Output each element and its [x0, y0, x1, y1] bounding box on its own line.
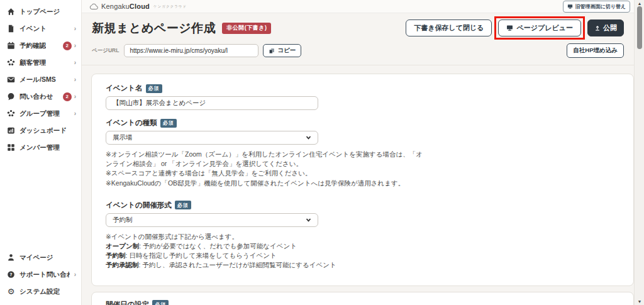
sidebar-item-label: マイページ [19, 253, 53, 262]
required-badge: 必須 [146, 84, 162, 93]
scrollbar[interactable]: ▲ ▼ [634, 0, 644, 305]
sidebar-item-system-settings[interactable]: ⚙ システム設定 [0, 283, 81, 300]
sidebar-item-label: トップページ [19, 8, 60, 16]
preview-button-wrapper: ページプレビュー [498, 19, 581, 36]
chevron-right-icon: › [74, 77, 76, 83]
chevron-down-icon [306, 216, 311, 224]
event-format-label: イベントの開催形式 必須 [106, 201, 619, 210]
user-icon [7, 253, 15, 262]
event-name-label: イベント名 必須 [106, 84, 619, 93]
sidebar-item-label: メンバー管理 [19, 143, 60, 152]
chevron-right-icon: › [74, 94, 76, 100]
event-name-input[interactable] [106, 96, 318, 110]
chevron-right-icon: › [74, 26, 76, 32]
page-header: 新規まとめページ作成 非公開(下書き) 下書き保存して閉じる ページプレビュー … [82, 13, 634, 42]
copy-icon [269, 48, 275, 54]
main-area: KengakuCloud ケンガククラウド 旧管理画面に切り替え 新規まとめペー… [82, 0, 644, 305]
chevron-right-icon: › [74, 60, 76, 66]
logo-subtext: ケンガククラウド [153, 4, 187, 9]
sidebar-item-label: システム設定 [19, 287, 60, 296]
note-line: オープン制: 予約が必要ではなく、だれでも参加可能なイベント [106, 241, 425, 251]
note-line: ※オンライン相談ツール「Zoom（ズーム）」を利用したオンライン住宅イベントを実… [106, 150, 425, 169]
monitor-icon [567, 4, 573, 9]
header-actions: 下書き保存して閉じる ページプレビュー 公開 [406, 19, 624, 36]
schedule-label: 開催日の設定 必須 [106, 300, 619, 305]
event-type-select[interactable]: 展示場 [106, 131, 318, 145]
chevron-down-icon [306, 134, 311, 141]
note-line: ※イベントの開催形式は下記から選べます。 [106, 232, 425, 241]
save-draft-close-button[interactable]: 下書き保存して閉じる [406, 19, 492, 36]
home-icon [7, 8, 15, 16]
page-title: 新規まとめページ作成 [92, 20, 216, 36]
event-form-card: イベント名 必須 イベントの種類 必須 展示場 ※オンライン相談ツール「Zoom… [91, 74, 634, 286]
notification-badge: 2 [63, 92, 72, 101]
dashboard-icon [7, 126, 15, 135]
status-badge: 非公開(下書き) [222, 23, 271, 34]
chevron-right-icon: › [74, 43, 76, 49]
grid-icon [7, 143, 15, 152]
scroll-up-arrow-icon[interactable]: ▲ [635, 1, 644, 6]
topbar: KengakuCloud ケンガククラウド 旧管理画面に切り替え [82, 0, 634, 13]
note-line: ※KengakuCloudの「OB邸見学」機能を使用して開催されたイベントへは見… [106, 179, 425, 188]
cloud-logo-icon [89, 3, 99, 10]
mail-icon [7, 75, 15, 84]
switch-legacy-admin-button[interactable]: 旧管理画面に切り替え [563, 1, 630, 13]
content-area: イベント名 必須 イベントの種類 必須 展示場 ※オンライン相談ツール「Zoom… [82, 65, 634, 305]
required-badge: 必須 [160, 119, 177, 128]
sidebar-item-support[interactable]: ? サポート問い合わせ › [0, 266, 81, 283]
sidebar-item-top-page[interactable]: トップページ [0, 3, 81, 20]
sidebar-item-members[interactable]: メンバー管理 [0, 139, 81, 156]
embed-own-hp-button[interactable]: 自社HP埋め込み [567, 43, 624, 58]
sidebar-main-group: トップページ イベント › 予約確認 2 › 顧客管理 › [0, 3, 81, 156]
svg-text:?: ? [10, 272, 13, 277]
sidebar-item-events[interactable]: イベント › [0, 20, 81, 37]
sidebar-item-mail-sms[interactable]: メール/SMS › [0, 71, 81, 88]
app-window: トップページ イベント › 予約確認 2 › 顧客管理 › [0, 0, 644, 305]
sidebar-item-my-page[interactable]: マイページ [0, 249, 81, 266]
event-type-notes: ※オンライン相談ツール「Zoom（ズーム）」を利用したオンライン住宅イベントを実… [106, 150, 425, 188]
sidebar-item-label: 予約確認 [19, 42, 46, 50]
kengakucloud-logo: KengakuCloud ケンガククラウド [89, 3, 187, 10]
event-doc-icon [7, 25, 15, 33]
sidebar-spacer [0, 156, 81, 249]
page-url-input[interactable] [124, 44, 258, 57]
upload-icon [594, 25, 601, 31]
note-line: ※スペースコアと連携する場合は「無人見学会」をご利用ください。 [106, 169, 425, 178]
scrollbar-thumb[interactable] [637, 6, 642, 49]
sidebar-item-label: サポート問い合わせ [19, 270, 70, 279]
group-icon [7, 109, 15, 118]
notification-badge: 2 [63, 42, 72, 50]
sidebar-item-label: ダッシュボード [19, 126, 67, 135]
sidebar-item-groups[interactable]: グループ管理 › [0, 105, 81, 122]
required-badge: 必須 [175, 201, 191, 209]
sidebar: トップページ イベント › 予約確認 2 › 顧客管理 › [0, 0, 82, 305]
calendar-icon [7, 42, 15, 50]
sidebar-item-label: 問い合わせ [19, 92, 53, 101]
publish-button[interactable]: 公開 [587, 19, 624, 36]
event-format-notes: ※イベントの開催形式は下記から選べます。 オープン制: 予約が必要ではなく、だれ… [106, 232, 425, 270]
chat-bubble-icon [7, 92, 15, 101]
sidebar-item-dashboard[interactable]: ダッシュボード [0, 122, 81, 139]
copy-url-button[interactable]: コピー [263, 44, 301, 57]
monitor-icon [506, 25, 513, 31]
sidebar-item-label: グループ管理 [19, 109, 60, 118]
note-line: 予約制: 日時を指定し予約して来場をしてもらうイベント [106, 251, 425, 260]
sidebar-item-label: 顧客管理 [19, 58, 46, 67]
note-line: 予約承認制: 予約し、承認されたユーザーだけが詳細閲覧可能にするイベント [106, 260, 425, 270]
scroll-down-arrow-icon[interactable]: ▼ [635, 299, 644, 304]
page-url-label: ページURL [92, 47, 119, 55]
chevron-right-icon: › [74, 272, 76, 278]
sidebar-item-label: イベント [19, 25, 47, 33]
sidebar-item-inquiry[interactable]: 問い合わせ 2 › [0, 88, 81, 105]
sidebar-item-reservations[interactable]: 予約確認 2 › [0, 37, 81, 54]
logo-text: KengakuCloud [101, 3, 150, 10]
sidebar-item-customers[interactable]: 顧客管理 › [0, 54, 81, 71]
event-format-select[interactable]: 予約制 [106, 213, 318, 227]
event-type-label: イベントの種類 必須 [106, 118, 619, 128]
page-preview-button[interactable]: ページプレビュー [498, 19, 581, 36]
page-url-bar: ページURL コピー 自社HP埋め込み [82, 42, 634, 65]
sidebar-bottom-group: マイページ ? サポート問い合わせ › ⚙ システム設定 [0, 249, 81, 300]
required-badge: 必須 [152, 300, 169, 305]
schedule-card: 開催日の設定 必須 2025年06月20日(金)～ 上記の期間で開催日が設定され… [91, 292, 634, 305]
customers-icon [7, 58, 15, 67]
